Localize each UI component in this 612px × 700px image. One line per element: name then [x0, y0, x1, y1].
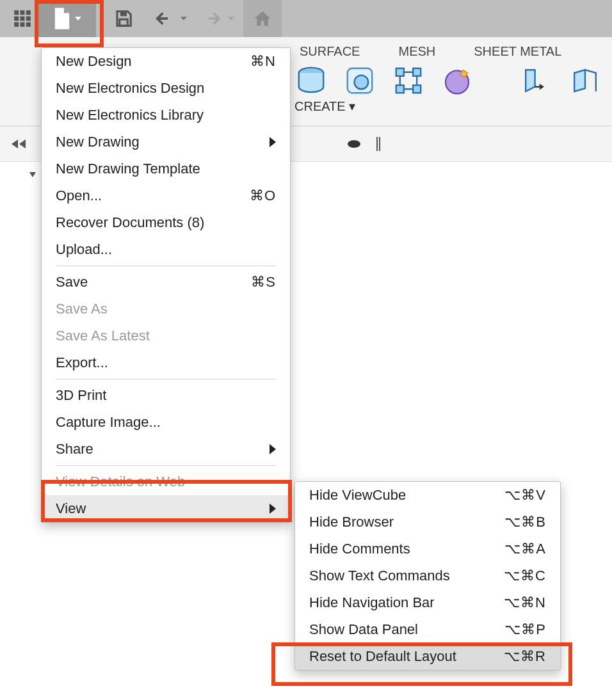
svg-rect-0	[14, 10, 19, 15]
menu-item-label: Recover Documents (8)	[56, 214, 204, 231]
menu-item-view-details-on-web: View Details on Web	[42, 468, 290, 495]
svg-rect-3	[14, 17, 19, 21]
menu-item-save[interactable]: Save⌘S	[42, 269, 290, 296]
data-panel-button[interactable]	[6, 4, 38, 33]
menu-item-label: New Drawing Template	[56, 161, 200, 177]
submenu-arrow-icon	[270, 444, 276, 454]
grid-icon	[13, 10, 31, 28]
menu-item-label: Reset to Default Layout	[309, 648, 456, 665]
svg-rect-10	[120, 19, 128, 26]
cylinder-icon	[296, 65, 326, 96]
view-submenu: Hide ViewCube⌥⌘VHide Browser⌥⌘BHide Comm…	[294, 481, 561, 671]
menu-item-label: Show Data Panel	[309, 621, 418, 638]
menu-item-shortcut: ⌥⌘C	[504, 568, 546, 584]
menu-item-label: 3D Print	[56, 387, 106, 404]
save-icon	[114, 9, 133, 28]
tool-sheet-fold[interactable]	[568, 64, 602, 97]
svg-rect-1	[20, 10, 25, 15]
file-icon	[53, 8, 71, 29]
menu-item-show-text-commands[interactable]: Show Text Commands⌥⌘C	[295, 562, 560, 589]
assembly-icon	[393, 65, 424, 96]
svg-rect-16	[413, 68, 421, 76]
menu-item-hide-comments[interactable]: Hide Comments⌥⌘A	[295, 536, 560, 562]
home-icon	[253, 10, 272, 28]
svg-rect-15	[396, 85, 404, 93]
menu-item-shortcut: ⌥⌘N	[504, 594, 546, 611]
tool-assembly[interactable]	[392, 64, 425, 97]
file-menu: New Design⌘NNew Electronics DesignNew El…	[41, 47, 291, 523]
save-button[interactable]	[108, 4, 140, 33]
menu-item-reset-to-default-layout[interactable]: Reset to Default Layout⌥⌘R	[295, 643, 560, 670]
menu-item-label: New Design	[56, 53, 132, 70]
menu-item-label: Upload...	[56, 241, 112, 258]
svg-rect-2	[26, 10, 31, 15]
menu-item-hide-navigation-bar[interactable]: Hide Navigation Bar⌥⌘N	[295, 589, 560, 616]
caret-down-icon	[75, 17, 81, 20]
menu-item-open[interactable]: Open...⌘O	[42, 182, 290, 209]
home-button[interactable]	[243, 0, 282, 37]
menu-item-shortcut: ⌥⌘B	[504, 514, 546, 530]
submenu-arrow-icon	[270, 504, 276, 514]
menu-item-hide-viewcube[interactable]: Hide ViewCube⌥⌘V	[295, 482, 560, 509]
menu-item-label: New Electronics Design	[56, 80, 204, 97]
menu-item-save-as-latest: Save As Latest	[42, 322, 290, 349]
tool-shape[interactable]	[343, 64, 376, 97]
menu-item-shortcut: ⌘N	[250, 53, 276, 70]
menu-item-new-drawing[interactable]: New Drawing	[42, 129, 290, 155]
menu-item-3d-print[interactable]: 3D Print	[42, 382, 290, 409]
menu-item-label: Save As Latest	[56, 328, 150, 344]
sheet-fold-icon	[570, 65, 600, 96]
tree-collapse-icon[interactable]	[28, 171, 37, 180]
menu-item-label: Hide ViewCube	[309, 487, 406, 504]
rewind-icon[interactable]	[10, 138, 27, 150]
menu-item-shortcut: ⌘S	[251, 274, 276, 290]
menu-item-label: View	[56, 500, 86, 517]
submenu-arrow-icon	[270, 137, 276, 147]
svg-rect-21	[379, 137, 380, 151]
svg-rect-14	[396, 68, 404, 76]
svg-rect-7	[20, 22, 25, 27]
tool-sheet-flange[interactable]	[520, 64, 553, 97]
menu-item-show-data-panel[interactable]: Show Data Panel⌥⌘P	[295, 616, 560, 643]
menu-item-save-as: Save As	[42, 296, 290, 322]
sheet-flange-icon	[521, 65, 552, 96]
svg-point-19	[348, 140, 360, 148]
menu-item-hide-browser[interactable]: Hide Browser⌥⌘B	[295, 509, 560, 536]
menu-item-label: Hide Comments	[309, 541, 410, 557]
menu-item-export[interactable]: Export...	[42, 349, 290, 376]
menu-item-label: Share	[56, 441, 93, 457]
shape-icon	[344, 65, 375, 96]
menu-item-share[interactable]: Share	[42, 436, 290, 463]
svg-rect-17	[413, 85, 421, 93]
menu-item-label: Hide Navigation Bar	[309, 594, 435, 611]
menu-item-label: Capture Image...	[56, 414, 161, 431]
ribbon-tab-sheet-metal[interactable]: SHEET METAL	[474, 44, 561, 59]
menu-item-shortcut: ⌥⌘A	[504, 541, 546, 557]
menu-item-new-electronics-library[interactable]: New Electronics Library	[42, 102, 290, 129]
undo-button[interactable]	[149, 4, 181, 33]
file-menu-button[interactable]	[38, 0, 96, 37]
svg-rect-9	[120, 12, 127, 17]
svg-rect-5	[26, 17, 31, 21]
top-toolbar	[0, 0, 612, 37]
menu-item-new-drawing-template[interactable]: New Drawing Template	[42, 155, 290, 182]
list-toggle-icon[interactable]	[375, 137, 382, 151]
caret-down-icon[interactable]	[181, 17, 187, 20]
ribbon-tab-mesh[interactable]: MESH	[398, 44, 435, 59]
menu-item-label: New Electronics Library	[56, 107, 204, 123]
ribbon-tab-surface[interactable]: SURFACE	[300, 44, 360, 59]
menu-item-new-design[interactable]: New Design⌘N	[42, 48, 290, 75]
menu-item-label: View Details on Web	[56, 473, 185, 490]
tool-form[interactable]	[440, 64, 474, 97]
menu-item-view[interactable]: View	[42, 495, 290, 522]
display-toggle-icon[interactable]	[347, 139, 361, 149]
tool-cylinder[interactable]	[294, 64, 328, 97]
menu-item-recover-documents-8[interactable]: Recover Documents (8)	[42, 209, 290, 236]
redo-button[interactable]	[196, 4, 228, 33]
svg-rect-20	[376, 137, 378, 151]
menu-item-label: Show Text Commands	[309, 568, 450, 584]
menu-item-new-electronics-design[interactable]: New Electronics Design	[42, 75, 290, 102]
menu-item-capture-image[interactable]: Capture Image...	[42, 409, 290, 436]
menu-item-upload[interactable]: Upload...	[42, 236, 290, 263]
caret-down-icon[interactable]	[228, 17, 234, 20]
